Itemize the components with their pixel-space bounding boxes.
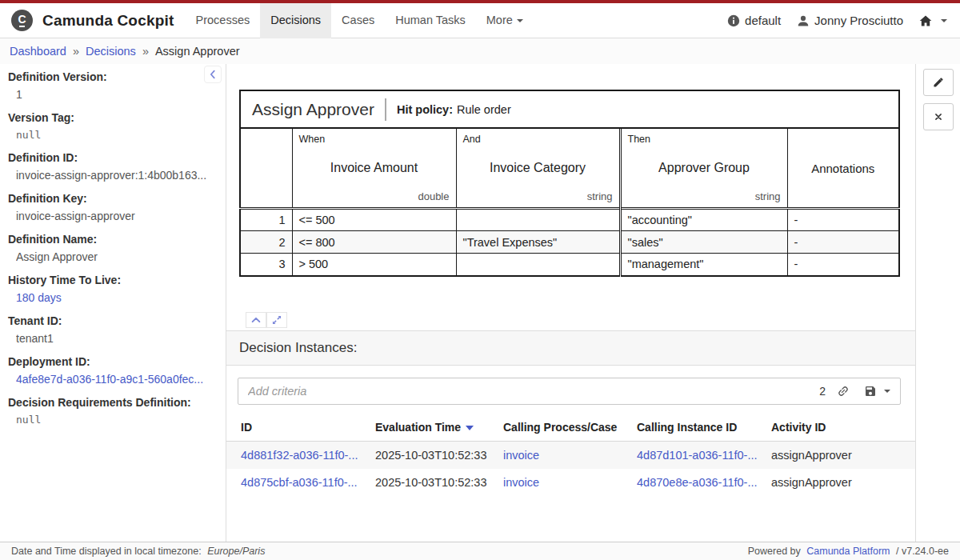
calling-process-link[interactable]: invoice xyxy=(503,476,539,489)
engine-name: default xyxy=(745,14,781,27)
close-panel-button[interactable] xyxy=(923,103,954,130)
result-count: 2 xyxy=(819,385,826,398)
user-name: Jonny Prosciutto xyxy=(814,14,903,27)
right-toolbar xyxy=(915,64,960,542)
footer: Date and Time displayed in local timezon… xyxy=(0,542,960,560)
home-menu[interactable] xyxy=(919,14,947,27)
expand-icon xyxy=(271,314,282,326)
field-drd: Decision Requirements Definition: null xyxy=(8,396,213,426)
field-definition-id: Definition ID: invoice-assign-approver:1… xyxy=(8,151,213,182)
breadcrumb-dashboard[interactable]: Dashboard xyxy=(10,45,66,58)
search-box: 2 xyxy=(238,378,901,405)
sidebar-collapse-button[interactable] xyxy=(204,66,222,83)
collapse-panel-button[interactable] xyxy=(246,312,266,328)
activity-id: assignApprover xyxy=(771,441,915,469)
dmn-table-header: Assign Approver Hit policy: Rule order xyxy=(239,90,900,129)
chevron-left-icon xyxy=(207,69,218,80)
dmn-table-title: Assign Approver xyxy=(252,100,374,119)
search-area: 2 xyxy=(226,366,915,405)
col-activity-id[interactable]: Activity ID xyxy=(771,414,915,442)
dmn-input-invoice-category: AndInvoice Categorystring xyxy=(456,128,620,209)
col-calling-instance-id[interactable]: Calling Instance ID xyxy=(637,414,771,442)
instances-header-row: ID Evaluation Time Calling Process/Case … xyxy=(226,414,915,442)
calling-process-link[interactable]: invoice xyxy=(503,449,539,462)
chevron-down-icon xyxy=(941,19,947,22)
sort-desc-icon[interactable] xyxy=(466,426,474,430)
engine-selector[interactable]: default xyxy=(727,14,781,27)
calling-instance-link[interactable]: 4d870e8e-a036-11f0-... xyxy=(637,476,758,489)
dmn-rule-row: 1 <= 500 "accounting" - xyxy=(240,209,899,231)
powered-by: Powered by Camunda Platform / v7.24.0-ee xyxy=(746,546,950,557)
nav-item-human-tasks[interactable]: Human Tasks xyxy=(385,3,476,38)
main-nav: Processes Decisions Cases Human Tasks Mo… xyxy=(186,3,534,38)
close-icon xyxy=(934,113,942,121)
nav-item-cases[interactable]: Cases xyxy=(331,3,385,38)
save-icon xyxy=(864,385,877,398)
dmn-index-header xyxy=(240,128,292,209)
nav-item-decisions[interactable]: Decisions xyxy=(260,3,331,38)
field-definition-name: Definition Name: Assign Approver xyxy=(8,233,213,263)
save-search-dropdown[interactable] xyxy=(864,385,890,398)
search-input[interactable] xyxy=(248,385,819,398)
evaluation-time: 2025-10-03T10:52:33 xyxy=(375,469,503,496)
nav-item-processes[interactable]: Processes xyxy=(186,3,261,38)
copy-link-button[interactable] xyxy=(837,385,850,398)
expand-panel-button[interactable] xyxy=(266,312,287,328)
navbar-right: default Jonny Prosciutto xyxy=(727,14,960,27)
timezone-note: Date and Time displayed in local timezon… xyxy=(10,546,266,557)
instance-row: 4d881f32-a036-11f0-... 2025-10-03T10:52:… xyxy=(226,441,915,469)
nav-item-more[interactable]: More xyxy=(476,3,534,38)
diagram-controls xyxy=(246,312,915,328)
hit-policy-label: Hit policy: xyxy=(397,103,453,116)
field-deployment-id: Deployment ID: 4afe8e7d-a036-11f0-a9c1-5… xyxy=(8,355,213,386)
user-menu[interactable]: Jonny Prosciutto xyxy=(797,14,903,27)
home-icon xyxy=(919,14,932,27)
timezone-value: Europe/Paris xyxy=(207,546,265,557)
app-title: Camunda Cockpit xyxy=(42,12,174,30)
instance-id-link[interactable]: 4d881f32-a036-11f0-... xyxy=(241,449,358,462)
dmn-output-approver-group: ThenApprover Groupstring xyxy=(620,128,787,209)
chevron-down-icon xyxy=(884,390,890,393)
instance-id-link[interactable]: 4d875cbf-a036-11f0-... xyxy=(241,476,358,489)
field-definition-key: Definition Key: invoice-assign-approver xyxy=(8,192,213,222)
hit-policy-value: Rule order xyxy=(457,103,511,116)
breadcrumb: Dashboard » Decisions » Assign Approver xyxy=(0,38,960,64)
activity-id: assignApprover xyxy=(771,469,915,496)
chevron-down-icon xyxy=(517,19,523,22)
field-tenant-id: Tenant ID: tenant1 xyxy=(8,314,213,345)
evaluation-time: 2025-10-03T10:52:33 xyxy=(375,441,503,469)
decision-instances-heading: Decision Instances: xyxy=(226,330,915,366)
dmn-input-invoice-amount: WhenInvoice Amountdouble xyxy=(292,128,456,209)
field-definition-version: Definition Version: 1 xyxy=(8,70,213,101)
pencil-icon xyxy=(933,77,944,88)
definition-sidebar: Definition Version: 1 Version Tag: null … xyxy=(0,64,226,542)
field-version-tag: Version Tag: null xyxy=(8,111,213,141)
dmn-annotations-header: Annotations xyxy=(787,128,899,209)
col-id[interactable]: ID xyxy=(226,414,375,442)
instances-table: ID Evaluation Time Calling Process/Case … xyxy=(226,414,915,496)
field-history-ttl: History Time To Live: 180 days xyxy=(8,274,213,304)
instance-row: 4d875cbf-a036-11f0-... 2025-10-03T10:52:… xyxy=(226,469,915,496)
calling-instance-link[interactable]: 4d87d101-a036-11f0-... xyxy=(637,449,758,462)
col-calling-process[interactable]: Calling Process/Case xyxy=(503,414,637,442)
chevron-up-icon xyxy=(250,314,262,326)
decision-content: Assign Approver Hit policy: Rule order W… xyxy=(226,64,915,542)
top-navbar: C Camunda Cockpit Processes Decisions Ca… xyxy=(0,3,960,38)
camunda-logo-icon: C xyxy=(11,10,33,31)
breadcrumb-current: Assign Approver xyxy=(155,45,240,58)
deployment-id-link[interactable]: 4afe8e7d-a036-11f0-a9c1-560a0fec... xyxy=(16,373,213,386)
dmn-rule-row: 3 > 500 "management" - xyxy=(240,254,899,276)
app-root: C Camunda Cockpit Processes Decisions Ca… xyxy=(0,0,960,560)
user-icon xyxy=(797,14,810,27)
dmn-decision-table: Assign Approver Hit policy: Rule order W… xyxy=(239,90,900,277)
info-icon xyxy=(727,14,740,27)
col-evaluation-time[interactable]: Evaluation Time xyxy=(375,414,503,442)
link-icon xyxy=(837,385,850,398)
camunda-platform-link[interactable]: Camunda Platform xyxy=(806,546,890,557)
history-ttl-link[interactable]: 180 days xyxy=(16,291,213,304)
edit-decision-button[interactable] xyxy=(923,69,954,96)
dmn-rule-row: 2 <= 800 "Travel Expenses" "sales" - xyxy=(240,231,899,254)
breadcrumb-decisions[interactable]: Decisions xyxy=(86,45,136,58)
main-area: Definition Version: 1 Version Tag: null … xyxy=(0,64,960,542)
